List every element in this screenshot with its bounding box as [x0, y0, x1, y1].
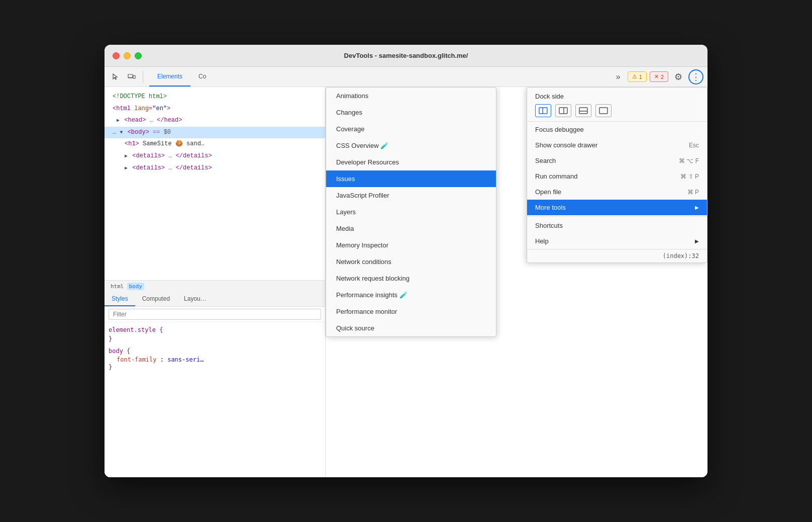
dom-tree[interactable]: <!DOCTYPE html> <html lang="en"> ▶ <head… [105, 87, 325, 280]
dom-details-2[interactable]: ▶ <details> … </details> [105, 162, 325, 175]
menu-css-overview[interactable]: CSS Overview 🧪 [326, 137, 496, 154]
undock-button[interactable] [595, 104, 612, 117]
ctx-open-file[interactable]: Open file ⌘ P [527, 184, 707, 200]
main-content: <!DOCTYPE html> <html lang="en"> ▶ <head… [105, 87, 707, 477]
svg-rect-5 [559, 108, 567, 114]
window-title: DevTools - samesite-sandbox.glitch.me/ [344, 52, 468, 59]
close-button[interactable] [113, 52, 120, 59]
dock-left-button[interactable] [535, 104, 551, 117]
svg-rect-3 [539, 108, 547, 114]
tab-console[interactable]: Co [190, 67, 214, 86]
tab-layout[interactable]: Layou… [177, 292, 214, 306]
filter-input[interactable] [109, 309, 321, 320]
menu-layers[interactable]: Layers [326, 204, 496, 220]
warning-badge[interactable]: ⚠ 1 [628, 71, 647, 82]
ctx-shortcuts[interactable]: Shortcuts [527, 218, 707, 233]
menu-js-profiler[interactable]: JavaScript Profiler [326, 187, 496, 204]
breadcrumb: html body [105, 280, 325, 292]
menu-performance-monitor[interactable]: Performance monitor [326, 303, 496, 320]
title-bar: DevTools - samesite-sandbox.glitch.me/ [105, 45, 707, 67]
maximize-button[interactable] [135, 52, 142, 59]
breadcrumb-html[interactable]: html [109, 283, 126, 290]
ctx-more-tools[interactable]: More tools ▶ [527, 200, 707, 215]
ctx-search[interactable]: Search ⌘ ⌥ F [527, 153, 707, 168]
ctx-focus-debuggee[interactable]: Focus debuggee [527, 122, 707, 137]
svg-rect-1 [133, 75, 135, 78]
dock-right-button[interactable] [555, 104, 571, 117]
ctx-bottom-source: (index):32 [527, 249, 707, 263]
menu-performance-insights[interactable]: Performance insights 🧪 [326, 287, 496, 303]
settings-button[interactable]: ⚙ [671, 70, 685, 84]
css-rule-element: element.style { } [109, 326, 321, 342]
toolbar-right: » ⚠ 1 ✕ 2 ⚙ ⋮ [608, 69, 707, 84]
tabs-row: Elements Co [149, 67, 608, 86]
dom-html: <html lang="en"> [105, 103, 325, 115]
menu-media[interactable]: Media [326, 220, 496, 237]
traffic-lights [113, 52, 142, 59]
menu-memory-inspector[interactable]: Memory Inspector [326, 237, 496, 253]
ctx-help[interactable]: Help ▶ [527, 233, 707, 249]
breadcrumb-body[interactable]: body [127, 283, 145, 290]
dom-h1[interactable]: <h1> SameSite 🍪 sand… [105, 138, 325, 150]
tab-styles[interactable]: Styles [105, 292, 135, 306]
filter-row [105, 307, 325, 322]
devtools-body: Elements Co » ⚠ 1 ✕ 2 [105, 67, 707, 477]
dom-doctype: <!DOCTYPE html> [105, 91, 325, 103]
dom-body-selected[interactable]: … ▼ <body> == $0 [105, 127, 325, 139]
css-rule-body: body { font-family : sans-seri… } [109, 347, 321, 371]
styles-panel: Styles Computed Layou… [105, 292, 325, 477]
styles-tabs: Styles Computed Layou… [105, 292, 325, 307]
menu-quick-source[interactable]: Quick source [326, 320, 496, 336]
more-tools-menu: Animations Changes Coverage CSS Overview… [326, 87, 496, 337]
dock-icons [535, 104, 699, 117]
dock-side-section: Dock side [527, 88, 707, 122]
ctx-run-command[interactable]: Run command ⌘ ⇧ P [527, 168, 707, 184]
tab-computed[interactable]: Computed [135, 292, 177, 306]
styles-content: element.style { } body { font-family : s… [105, 322, 325, 477]
ctx-divider [527, 216, 707, 217]
top-toolbar: Elements Co » ⚠ 1 ✕ 2 [105, 67, 707, 87]
error-badge[interactable]: ✕ 2 [650, 71, 668, 82]
dom-panel: <!DOCTYPE html> <html lang="en"> ▶ <head… [105, 87, 326, 477]
menu-developer-resources[interactable]: Developer Resources [326, 154, 496, 170]
devtools-window: DevTools - samesite-sandbox.glitch.me/ [105, 45, 707, 477]
device-toggle-button[interactable] [125, 70, 139, 84]
menu-coverage[interactable]: Coverage [326, 121, 496, 137]
dock-side-label: Dock side [535, 93, 699, 100]
menu-changes[interactable]: Changes [326, 104, 496, 121]
inspect-element-button[interactable] [109, 70, 123, 84]
more-menu-button[interactable]: ⋮ [688, 69, 703, 84]
menu-network-conditions[interactable]: Network conditions [326, 253, 496, 270]
toolbar-icons [105, 70, 149, 84]
tab-elements[interactable]: Elements [149, 67, 190, 86]
dock-bottom-button[interactable] [575, 104, 591, 117]
minimize-button[interactable] [124, 52, 131, 59]
ctx-show-console-drawer[interactable]: Show console drawer Esc [527, 137, 707, 153]
menu-animations[interactable]: Animations [326, 88, 496, 104]
svg-rect-7 [579, 108, 587, 114]
context-menu: Dock side [527, 87, 707, 263]
dom-head[interactable]: ▶ <head> … </head> [105, 115, 325, 127]
dom-details-1[interactable]: ▶ <details> … </details> [105, 150, 325, 162]
svg-rect-9 [599, 108, 607, 114]
menu-network-request-blocking[interactable]: Network request blocking [326, 270, 496, 287]
error-icon: ✕ [654, 73, 659, 80]
menu-issues[interactable]: Issues [326, 170, 496, 187]
warning-icon: ⚠ [632, 73, 637, 80]
toolbar-divider [143, 71, 143, 83]
more-tabs-button[interactable]: » [612, 72, 625, 81]
